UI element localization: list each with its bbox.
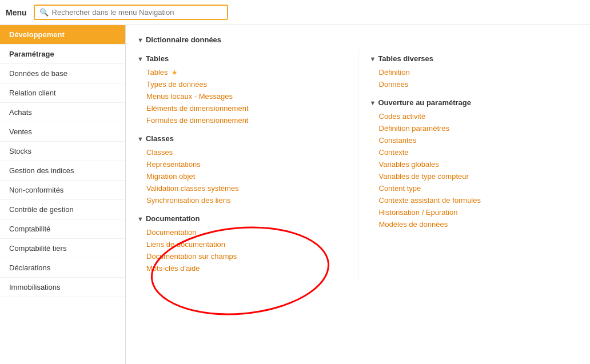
sidebar-item-stocks[interactable]: Stocks <box>0 142 125 161</box>
link-types-de-donnees[interactable]: Types de données <box>137 78 346 90</box>
link-documentation[interactable]: Documentation <box>137 226 346 238</box>
sidebar-item-relation-client[interactable]: Relation client <box>0 83 125 103</box>
search-box[interactable]: 🔍 <box>34 5 228 20</box>
right-column: ▼ Tables diverses Définition Données ▼ O… <box>358 50 579 282</box>
link-menus-locaux[interactable]: Menus locaux - Messages <box>137 90 346 102</box>
search-input[interactable] <box>52 8 222 17</box>
link-liens-documentation[interactable]: Liens de documentation <box>137 238 346 250</box>
sidebar-item-ventes[interactable]: Ventes <box>0 122 125 142</box>
link-classes[interactable]: Classes <box>137 146 346 158</box>
link-formules-dimensionnement[interactable]: Formules de dimensionnement <box>137 114 346 126</box>
sidebar-item-declarations[interactable]: Déclarations <box>0 258 125 278</box>
arrow-icon: ▼ <box>137 37 143 43</box>
sidebar-item-parametrage[interactable]: Paramétrage <box>0 45 125 64</box>
link-content-type[interactable]: Content type <box>370 182 579 194</box>
top-bar: Menu 🔍 <box>0 0 590 25</box>
link-constantes[interactable]: Constantes <box>370 134 579 146</box>
tables-header: ▼ Tables <box>137 54 346 63</box>
link-codes-activite[interactable]: Codes activité <box>370 110 579 122</box>
link-definition-parametres[interactable]: Définition paramètres <box>370 122 579 134</box>
link-synchronisation[interactable]: Synchronisation des liens <box>137 194 346 206</box>
sidebar-item-comptabilite[interactable]: Comptabilité <box>0 219 125 239</box>
ouverture-header: ▼ Ouverture au paramétrage <box>370 98 579 107</box>
sidebar-item-developpement[interactable]: Développement <box>0 25 125 45</box>
sidebar-item-gestion-des-indices[interactable]: Gestion des indices <box>0 161 125 181</box>
content-columns: ▼ Tables Tables ★ Types de données Menus… <box>137 50 579 282</box>
ouverture-subsection: ▼ Ouverture au paramétrage Codes activit… <box>370 98 579 230</box>
tables-diverses-subsection: ▼ Tables diverses Définition Données <box>370 54 579 90</box>
sidebar-item-donnees-de-base[interactable]: Données de base <box>0 64 125 83</box>
link-migration-objet[interactable]: Migration objet <box>137 170 346 182</box>
link-representations[interactable]: Représentations <box>137 158 346 170</box>
sidebar-item-achats[interactable]: Achats <box>0 103 125 122</box>
main-wrapper: ▼ Dictionnaire données ▼ Tables Tables ★ <box>126 25 590 364</box>
menu-label: Menu <box>6 8 27 17</box>
sidebar: Développement Paramétrage Données de bas… <box>0 25 126 364</box>
classes-header: ▼ Classes <box>137 134 346 143</box>
link-tables[interactable]: Tables ★ <box>137 66 346 78</box>
link-variables-globales[interactable]: Variables globales <box>370 158 579 170</box>
link-donnees[interactable]: Données <box>370 78 579 90</box>
documentation-header: ▼ Documentation <box>137 214 346 223</box>
star-icon: ★ <box>172 69 178 77</box>
link-elements-dimensionnement[interactable]: Eléments de dimensionnement <box>137 102 346 114</box>
link-historisation[interactable]: Historisation / Epuration <box>370 206 579 218</box>
link-modeles-donnees[interactable]: Modèles de données <box>370 218 579 230</box>
sidebar-item-controle-de-gestion[interactable]: Contrôle de gestion <box>0 200 125 219</box>
dictionnaire-header: ▼ Dictionnaire données <box>137 35 579 44</box>
sidebar-item-immobilisations[interactable]: Immobilisations <box>0 278 125 297</box>
sidebar-item-comptabilite-tiers[interactable]: Comptabilité tiers <box>0 239 125 258</box>
documentation-subsection: ▼ Documentation Documentation Liens de d… <box>137 214 346 274</box>
link-validation-classes[interactable]: Validation classes systèmes <box>137 182 346 194</box>
tables-diverses-header: ▼ Tables diverses <box>370 54 579 63</box>
link-documentation-champs[interactable]: Documentation sur champs <box>137 250 346 262</box>
main-layout: Développement Paramétrage Données de bas… <box>0 25 590 364</box>
tables-subsection: ▼ Tables Tables ★ Types de données Menus… <box>137 54 346 126</box>
link-definition[interactable]: Définition <box>370 66 579 78</box>
search-icon: 🔍 <box>39 8 49 17</box>
sidebar-item-non-conformites[interactable]: Non-conformités <box>0 181 125 200</box>
link-contexte[interactable]: Contexte <box>370 146 579 158</box>
left-column: ▼ Tables Tables ★ Types de données Menus… <box>137 50 358 282</box>
link-contexte-assistant[interactable]: Contexte assistant de formules <box>370 194 579 206</box>
link-variables-type-compteur[interactable]: Variables de type compteur <box>370 170 579 182</box>
classes-subsection: ▼ Classes Classes Représentations Migrat… <box>137 134 346 206</box>
link-mots-cles[interactable]: Mots-clés d'aide <box>137 262 346 274</box>
